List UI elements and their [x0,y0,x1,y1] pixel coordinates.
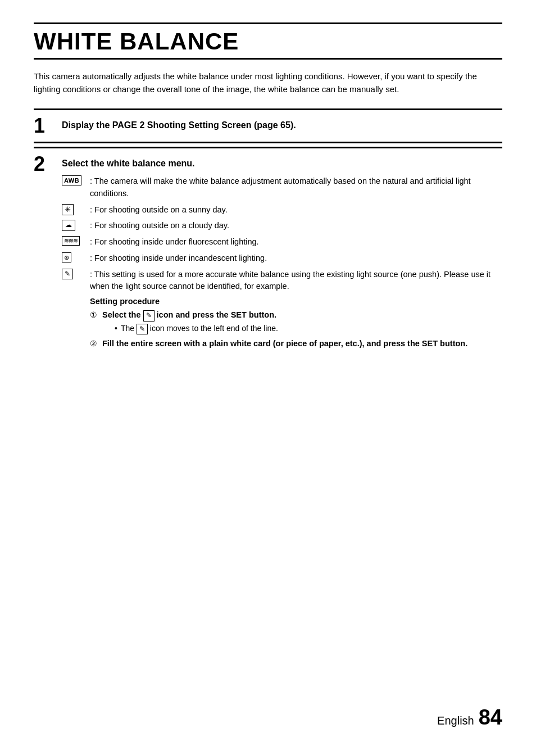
bullet-list: AWB : The camera will make the white bal… [62,175,502,293]
step2-content: Select the white balance menu. AWB : The… [62,154,502,354]
bullet-incand: ⊛ : For shooting inside under incandesce… [62,252,502,265]
sub-step-1-bold1: Select the [102,310,143,319]
bullet-awb-text: : The camera will make the white balance… [90,175,502,200]
sub-step-1-bold2: icon and press the SET button. [155,310,277,319]
sub-step-2-text: Fill the entire screen with a plain whit… [102,338,502,350]
sub-step-2-bold: Fill the entire screen with a plain whit… [102,339,467,348]
fluor-icon: ≋≋≋ [62,236,88,246]
sub-step-1-num: ① [90,309,102,321]
title-underline [34,58,502,60]
footer-page-number: 84 [479,707,502,728]
page-title: WHITE BALANCE [34,29,502,55]
setting-procedure-title: Setting procedure [90,297,502,306]
setting-procedure: Setting procedure ① Select the ✎ icon an… [90,297,502,350]
sub-step-1: ① Select the ✎ icon and press the SET bu… [90,309,502,334]
step1-content: Display the PAGE 2 Shooting Setting Scre… [62,116,502,132]
bullet-awb: AWB : The camera will make the white bal… [62,175,502,200]
sub-bullet-1: The ✎ icon moves to the left end of the … [115,323,502,335]
bullet-sun: ✳ : For shooting outside on a sunny day. [62,204,502,216]
bullet-fluor: ≋≋≋ : For shooting inside under fluoresc… [62,236,502,248]
pencil-icon-inline: ✎ [137,324,148,335]
bullet-incand-text: : For shooting inside under incandescent… [90,252,502,265]
step1-section: 1 Display the PAGE 2 Shooting Setting Sc… [34,108,502,143]
page: WHITE BALANCE This camera automatically … [0,0,536,756]
step2-section: 2 Select the white balance menu. AWB : T… [34,147,502,359]
step1-title: Display the PAGE 2 Shooting Setting Scre… [62,116,502,132]
bullet-sun-text: : For shooting outside on a sunny day. [90,204,502,216]
pencil-icon-step1: ✎ [143,310,155,322]
page-footer: English 84 [437,707,502,728]
sub-step-2-num: ② [90,338,102,350]
sub-step-2: ② Fill the entire screen with a plain wh… [90,338,502,350]
sub-step-1-bullets: The ✎ icon moves to the left end of the … [115,323,502,335]
awb-icon: AWB [62,175,88,185]
bullet-fluor-text: : For shooting inside under fluorescent … [90,236,502,248]
step2-title: Select the white balance menu. [62,154,502,170]
pencil-icon-bullet: ✎ [62,269,88,280]
step2-number: 2 [34,154,54,174]
top-border [34,22,502,24]
incand-icon: ⊛ [62,252,88,262]
bullet-pencil: ✎ : This setting is used for a more accu… [62,269,502,293]
step1-number: 1 [34,116,54,136]
bullet-cloud: ☁ : For shooting outside on a cloudy day… [62,220,502,232]
intro-text: This camera automatically adjusts the wh… [34,70,502,96]
sub-step-1-text: Select the ✎ icon and press the SET butt… [102,309,502,334]
bullet-cloud-text: : For shooting outside on a cloudy day. [90,220,502,232]
footer-language: English [437,714,474,727]
sun-icon: ✳ [62,204,88,216]
bullet-pencil-text: : This setting is used for a more accura… [90,269,502,293]
cloud-icon: ☁ [62,220,88,231]
